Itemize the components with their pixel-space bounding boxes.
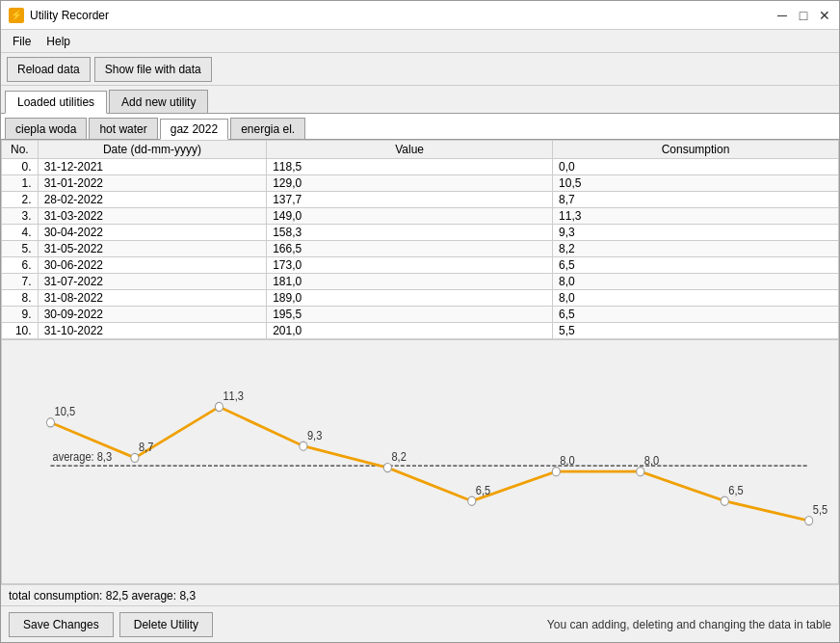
window-controls: ─ □ ✕ [775, 9, 831, 22]
svg-point-18 [721, 496, 728, 505]
table-row[interactable]: 9.30-09-2022195,56,5 [2, 307, 839, 323]
close-button[interactable]: ✕ [818, 9, 831, 22]
svg-point-14 [552, 468, 560, 476]
svg-text:8,0: 8,0 [560, 454, 575, 469]
delete-utility-button[interactable]: Delete Utility [119, 612, 213, 637]
svg-text:9,3: 9,3 [307, 428, 323, 442]
svg-text:10,5: 10,5 [55, 405, 76, 419]
svg-point-6 [215, 402, 223, 411]
menu-bar: File Help [1, 30, 839, 53]
svg-point-12 [468, 496, 476, 505]
svg-text:8,0: 8,0 [644, 454, 660, 469]
table-row[interactable]: 7.31-07-2022181,08,0 [2, 274, 839, 290]
svg-text:5,5: 5,5 [813, 503, 828, 518]
table-row[interactable]: 5.31-05-2022166,58,2 [2, 241, 839, 257]
svg-text:11,3: 11,3 [223, 388, 244, 403]
menu-file[interactable]: File [5, 33, 39, 50]
svg-text:6,5: 6,5 [476, 483, 491, 497]
tab-ciepla-woda[interactable]: ciepla woda [5, 118, 87, 139]
bottom-bar: Save Changes Delete Utility You can addi… [1, 605, 839, 642]
col-header-value: Value [267, 141, 553, 159]
tab-hot-water[interactable]: hot water [89, 118, 157, 139]
window-title: Utility Recorder [30, 9, 109, 22]
reload-data-button[interactable]: Reload data [7, 57, 91, 82]
status-text: total consumption: 82,5 average: 8,3 [9, 589, 196, 603]
table-row[interactable]: 8.31-08-2022189,08,0 [2, 290, 839, 307]
svg-text:6,5: 6,5 [728, 483, 744, 497]
save-changes-button[interactable]: Save Changes [9, 612, 114, 637]
svg-point-16 [637, 468, 644, 476]
menu-help[interactable]: Help [39, 33, 78, 50]
svg-point-20 [805, 517, 813, 525]
chart-area: average: 8,3 10,58,711,39,38,26,58,08,06… [1, 339, 839, 584]
app-icon: ⚡ [9, 8, 24, 23]
table-row[interactable]: 2.28-02-2022137,78,7 [2, 192, 839, 208]
table-row[interactable]: 3.31-03-2022149,011,3 [2, 208, 839, 225]
svg-text:8,2: 8,2 [391, 450, 406, 465]
tab-loaded-utilities[interactable]: Loaded utilities [5, 91, 107, 114]
svg-point-10 [383, 464, 391, 472]
maximize-button[interactable]: □ [797, 9, 810, 22]
col-header-consumption: Consumption [553, 141, 839, 159]
svg-point-8 [300, 442, 307, 450]
data-table: No. Date (dd-mm-yyyy) Value Consumption … [1, 140, 839, 339]
content-area: ciepla woda hot water gaz 2022 energia e… [1, 114, 839, 584]
col-header-no: No. [2, 141, 39, 159]
main-tabs: Loaded utilities Add new utility [1, 86, 839, 114]
table-row[interactable]: 10.31-10-2022201,05,5 [2, 323, 839, 339]
tab-energia-el[interactable]: energia el. [230, 118, 305, 139]
col-header-date: Date (dd-mm-yyyy) [38, 141, 267, 159]
svg-text:average: 8,3: average: 8,3 [52, 450, 112, 465]
table-row[interactable]: 1.31-01-2022129,010,5 [2, 175, 839, 192]
svg-point-2 [46, 418, 54, 427]
tab-add-new-utility[interactable]: Add new utility [109, 90, 208, 113]
show-file-button[interactable]: Show file with data [94, 57, 212, 82]
svg-text:8,7: 8,7 [139, 440, 153, 454]
data-table-area: No. Date (dd-mm-yyyy) Value Consumption … [1, 140, 839, 339]
bottom-hint: You can adding, deleting and changing th… [547, 618, 831, 631]
main-window: ⚡ Utility Recorder ─ □ ✕ File Help Reloa… [0, 0, 840, 643]
toolbar: Reload data Show file with data [1, 53, 839, 86]
table-row[interactable]: 4.30-04-2022158,39,3 [2, 225, 839, 241]
minimize-button[interactable]: ─ [775, 9, 789, 22]
table-row[interactable]: 6.30-06-2022173,06,5 [2, 257, 839, 274]
svg-point-4 [131, 453, 139, 462]
table-row[interactable]: 0.31-12-2021118,50,0 [2, 159, 839, 175]
sub-tabs: ciepla woda hot water gaz 2022 energia e… [1, 114, 839, 140]
title-bar: ⚡ Utility Recorder ─ □ ✕ [1, 1, 839, 30]
status-bar: total consumption: 82,5 average: 8,3 [1, 584, 839, 605]
tab-gaz-2022[interactable]: gaz 2022 [160, 119, 228, 140]
